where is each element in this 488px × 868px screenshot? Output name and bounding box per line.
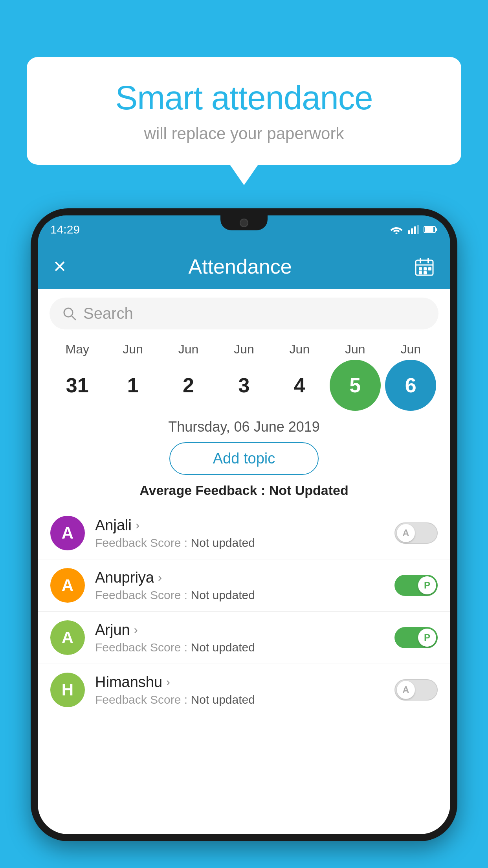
student-item-arjun: A Arjun › Feedback Score : Not updated P — [38, 612, 450, 664]
bubble-subtitle: will replace your paperwork — [50, 124, 438, 143]
toggle-thumb-anjali: A — [397, 524, 415, 542]
cal-month-4: Jun — [274, 342, 325, 357]
wifi-icon — [390, 225, 403, 234]
svg-rect-16 — [428, 267, 431, 270]
status-time: 14:29 — [50, 223, 80, 236]
svg-rect-1 — [408, 230, 410, 234]
toggle-himanshu[interactable]: A — [394, 679, 438, 701]
calendar-months: May Jun Jun Jun Jun Jun Jun — [46, 342, 442, 357]
svg-rect-2 — [411, 228, 413, 234]
student-item-anjali: A Anjali › Feedback Score : Not updated … — [38, 507, 450, 559]
toggle-arjun[interactable]: P — [394, 627, 438, 648]
search-placeholder: Search — [83, 305, 133, 322]
avatar-anjali: A — [50, 516, 85, 550]
svg-rect-12 — [419, 267, 422, 270]
student-info-anupriya[interactable]: Anupriya › Feedback Score : Not updated — [95, 569, 384, 602]
avg-feedback-label: Average Feedback : — [139, 483, 265, 498]
phone-outer: 14:29 — [31, 208, 457, 841]
chevron-right-arjun: › — [134, 623, 138, 636]
student-info-anjali[interactable]: Anjali › Feedback Score : Not updated — [95, 517, 384, 550]
cal-date-1[interactable]: 1 — [107, 360, 158, 411]
battery-icon — [424, 226, 438, 234]
cal-date-2[interactable]: 2 — [163, 360, 214, 411]
phone-screen: × Attendance — [38, 244, 450, 834]
calendar-strip: May Jun Jun Jun Jun Jun Jun 31 1 2 3 4 5… — [38, 338, 450, 411]
chevron-right-anupriya: › — [158, 571, 162, 584]
student-name-himanshu: Himanshu › — [95, 674, 384, 691]
speech-bubble: Smart attendance will replace your paper… — [27, 57, 461, 165]
svg-rect-6 — [436, 228, 437, 231]
cal-month-1: Jun — [107, 342, 158, 357]
student-name-anjali: Anjali › — [95, 517, 384, 534]
feedback-himanshu: Feedback Score : Not updated — [95, 693, 384, 706]
cal-month-2: Jun — [163, 342, 214, 357]
toggle-thumb-arjun: P — [418, 629, 436, 647]
feedback-anupriya: Feedback Score : Not updated — [95, 588, 384, 602]
svg-rect-13 — [424, 267, 427, 270]
camera — [240, 219, 248, 227]
search-icon — [62, 306, 77, 321]
selected-date-label: Thursday, 06 June 2019 — [38, 419, 450, 435]
notch — [220, 215, 268, 230]
student-item-anupriya: A Anupriya › Feedback Score : Not update… — [38, 559, 450, 612]
calendar-icon[interactable] — [414, 256, 435, 277]
svg-rect-7 — [425, 227, 433, 232]
avatar-arjun: A — [50, 620, 85, 655]
close-button[interactable]: × — [53, 256, 66, 277]
cal-month-3: Jun — [218, 342, 270, 357]
avatar-himanshu: H — [50, 673, 85, 707]
cal-month-0: May — [52, 342, 103, 357]
cal-month-6: Jun — [385, 342, 436, 357]
svg-rect-9 — [420, 258, 421, 263]
phone-container: 14:29 — [31, 208, 457, 868]
toggle-anjali[interactable]: A — [394, 522, 438, 544]
chevron-right-himanshu: › — [166, 675, 170, 689]
status-icons — [390, 225, 438, 234]
cal-date-31[interactable]: 31 — [52, 360, 103, 411]
student-info-himanshu[interactable]: Himanshu › Feedback Score : Not updated — [95, 674, 384, 706]
svg-rect-15 — [424, 271, 427, 274]
student-item-himanshu: H Himanshu › Feedback Score : Not update… — [38, 664, 450, 716]
student-name-anupriya: Anupriya › — [95, 569, 384, 586]
signal-icon — [408, 225, 419, 234]
avg-feedback-value: Not Updated — [269, 483, 349, 498]
cal-date-3[interactable]: 3 — [218, 360, 270, 411]
toggle-thumb-himanshu: A — [397, 681, 415, 699]
svg-point-0 — [396, 233, 398, 235]
speech-bubble-container: Smart attendance will replace your paper… — [27, 57, 461, 165]
student-name-arjun: Arjun › — [95, 622, 384, 638]
app-bar: × Attendance — [38, 244, 450, 289]
calendar-dates: 31 1 2 3 4 5 6 — [46, 360, 442, 411]
feedback-arjun: Feedback Score : Not updated — [95, 641, 384, 654]
toggle-thumb-anupriya: P — [418, 576, 436, 594]
svg-line-18 — [72, 316, 75, 320]
cal-date-5[interactable]: 5 — [330, 360, 381, 411]
app-title: Attendance — [74, 255, 406, 278]
svg-rect-4 — [417, 225, 419, 234]
feedback-anjali: Feedback Score : Not updated — [95, 536, 384, 550]
cal-date-6[interactable]: 6 — [385, 360, 436, 411]
svg-rect-3 — [414, 226, 416, 234]
cal-date-4[interactable]: 4 — [274, 360, 325, 411]
cal-month-5: Jun — [330, 342, 381, 357]
avatar-anupriya: A — [50, 568, 85, 603]
bubble-title: Smart attendance — [50, 79, 438, 117]
svg-rect-14 — [419, 271, 422, 274]
add-topic-button[interactable]: Add topic — [169, 442, 319, 475]
student-list: A Anjali › Feedback Score : Not updated … — [38, 507, 450, 716]
chevron-right-anjali: › — [136, 519, 139, 532]
svg-rect-10 — [427, 258, 429, 263]
search-bar[interactable]: Search — [50, 298, 438, 329]
avg-feedback: Average Feedback : Not Updated — [38, 483, 450, 498]
toggle-anupriya[interactable]: P — [394, 575, 438, 596]
student-info-arjun[interactable]: Arjun › Feedback Score : Not updated — [95, 622, 384, 654]
